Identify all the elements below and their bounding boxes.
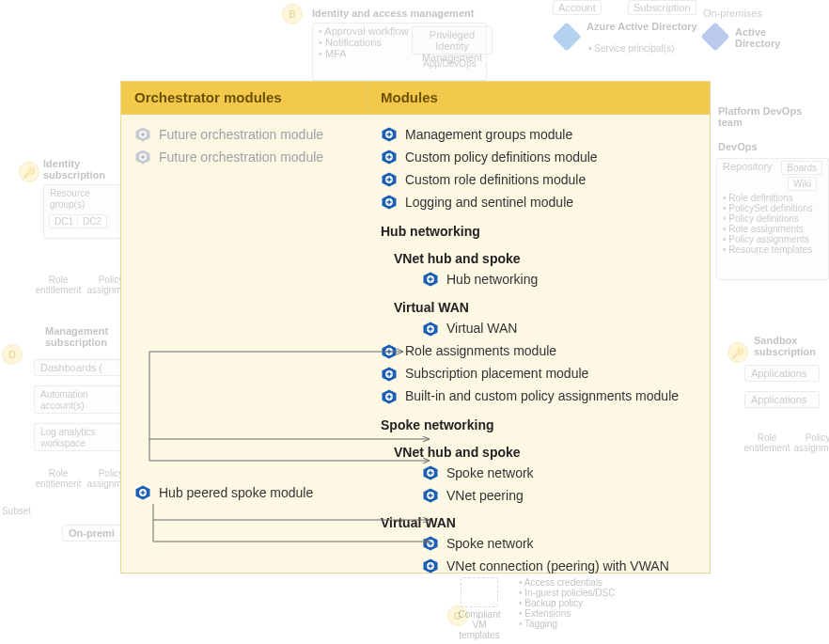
module-policy-assignments: Built-in and custom policy assignments m…	[381, 385, 696, 408]
module-icon	[422, 271, 439, 288]
onprem2: On-premi	[62, 525, 128, 542]
key-icon-1: 🔑	[19, 162, 39, 182]
hub-networking-heading: Hub networking	[381, 214, 696, 242]
module-icon	[381, 126, 398, 143]
module-icon	[381, 388, 398, 405]
sandbox: Sandbox subscription	[754, 335, 829, 357]
module-icon	[422, 321, 439, 338]
apps2: Applications	[744, 391, 820, 408]
module-hub-networking: Hub networking	[381, 269, 696, 291]
mgmt-sub: Management subscription	[45, 325, 130, 348]
orchestrator-body: Future orchestration module Future orche…	[121, 115, 368, 182]
dc1: DC1	[49, 214, 79, 228]
identity-sub: Identity subscription	[43, 158, 118, 181]
dc2: DC2	[77, 214, 107, 228]
devops-label: DevOps	[718, 141, 758, 152]
future-module-2: Future orchestration module	[134, 147, 354, 169]
modules-header: Modules	[368, 82, 710, 115]
vwan-heading-2: Virtual WAN	[381, 508, 696, 533]
vnet-hub-spoke-heading-2: VNet hub and spoke	[381, 435, 696, 463]
ad-icon	[700, 22, 729, 51]
ad-label: Active Directory	[735, 26, 791, 49]
module-icon	[134, 484, 151, 501]
iam-title: Identity and access management	[312, 8, 474, 19]
modules-body: Management groups module Custom policy d…	[368, 115, 710, 591]
devops-box: Repository Boards Wiki Role definitions …	[716, 158, 829, 280]
module-icon	[381, 149, 398, 165]
marker-d: D	[2, 344, 23, 365]
iam-box: Approval workflow Notifications MFA	[312, 23, 487, 81]
vwan-heading-1: Virtual WAN	[381, 291, 696, 318]
module-vnet-connection-vwan: VNet connection (peering) with VWAN	[381, 556, 696, 578]
module-subscription-placement: Subscription placement module	[381, 363, 696, 385]
module-spoke-network-1: Spoke network	[381, 463, 696, 485]
role-ent-3: Role entitlement	[741, 432, 793, 453]
pim-sub: App/DevOps	[423, 58, 477, 69]
module-mgmt-groups: Management groups module	[381, 124, 696, 147]
loganalytics-box: Log analytics workspace	[34, 423, 124, 451]
module-icon	[422, 535, 439, 552]
subscription-chip: Subscription	[628, 0, 696, 15]
role-ent-1: Role entitlement	[32, 275, 85, 295]
marker-b: B	[282, 4, 303, 24]
module-icon	[134, 149, 151, 165]
onprem-label: On-premises	[703, 8, 762, 19]
vnet-hub-spoke-heading: VNet hub and spoke	[381, 242, 696, 269]
platform-devops: Platform DevOps team	[718, 105, 821, 128]
module-icon	[381, 171, 398, 188]
orchestrator-header: Orchestrator modules	[121, 82, 368, 115]
aad-item: • Service principal(s)	[588, 43, 674, 54]
hub-peered-label: Hub peered spoke module	[159, 485, 313, 500]
module-icon	[422, 558, 439, 574]
hub-peered-spoke-module: Hub peered spoke module	[134, 484, 313, 501]
module-custom-policy-defs: Custom policy definitions module	[381, 147, 696, 169]
module-vnet-peering: VNet peering	[381, 485, 696, 508]
key-icon-2: 🔑	[727, 342, 748, 363]
aad-icon	[552, 22, 581, 51]
module-icon	[134, 126, 151, 143]
module-icon	[422, 464, 439, 481]
module-spoke-network-2: Spoke network	[381, 533, 696, 556]
subset: Subset	[2, 506, 31, 516]
module-custom-role-defs: Custom role definitions module	[381, 169, 696, 192]
module-icon	[381, 343, 398, 360]
pol-assign-3: Policy assignment	[791, 432, 829, 453]
spoke-networking-heading: Spoke networking	[381, 408, 696, 435]
future-module-label: Future orchestration module	[159, 149, 323, 166]
module-icon	[422, 487, 439, 504]
rg-box: Resource group(s)	[43, 184, 126, 239]
pim-box: Privileged Identity Management	[412, 26, 493, 55]
modules-panel: Orchestrator modules Future orchestratio…	[120, 81, 711, 573]
role-ent-2: Role entitlement	[32, 468, 85, 489]
module-role-assignments: Role assignments module	[381, 340, 696, 363]
module-virtual-wan: Virtual WAN	[381, 318, 696, 340]
apps1: Applications	[744, 365, 820, 382]
aad-title: Azure Active Directory	[587, 21, 697, 32]
dashboards-box: Dashboards (	[34, 359, 124, 376]
account-chip: Account	[553, 0, 602, 15]
future-module-1: Future orchestration module	[134, 124, 354, 147]
module-icon	[381, 366, 398, 383]
modules-column: Modules Management groups module Custom …	[368, 82, 710, 573]
module-icon	[381, 194, 398, 211]
future-module-label: Future orchestration module	[159, 126, 323, 144]
automation-box: Automation account(s)	[34, 385, 124, 414]
orchestrator-column: Orchestrator modules Future orchestratio…	[121, 82, 368, 573]
module-logging-sentinel: Logging and sentinel module	[381, 192, 696, 214]
